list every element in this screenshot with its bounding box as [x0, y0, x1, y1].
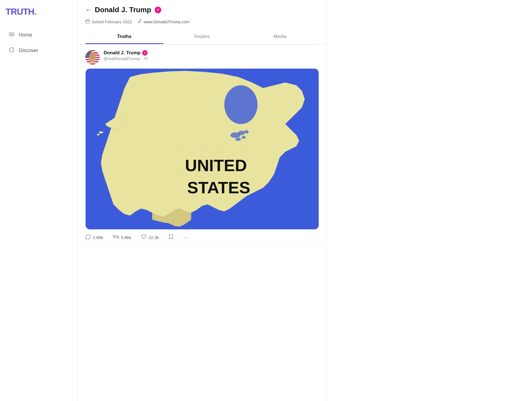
sidebar-item-discover-label: Discover [19, 48, 38, 53]
svg-point-29 [86, 55, 87, 56]
svg-point-27 [89, 54, 89, 54]
profile-name: Donald J. Trump [95, 6, 151, 14]
svg-point-19 [89, 51, 89, 52]
like-count: 22.3k [149, 235, 159, 240]
retruth-action[interactable]: 5.86k [113, 234, 131, 241]
post-time: 7h [143, 56, 148, 61]
post-actions: 2.89k 5.86k [85, 234, 319, 241]
svg-point-22 [88, 52, 88, 53]
post-separator: · [141, 56, 143, 61]
svg-point-31 [89, 55, 89, 56]
post-image: UNITED STATES [85, 68, 319, 230]
feed: Donald J. Trump ✓ @realDonaldTrump · 7h [78, 45, 327, 247]
profile-title-row: ← Donald J. Trump ✓ [85, 6, 319, 14]
back-button[interactable]: ← [85, 6, 91, 14]
website-meta: www.DonaldJTrump.com [137, 19, 190, 24]
comment-icon [85, 234, 91, 241]
post-verified-badge: ✓ [142, 50, 148, 56]
svg-point-44 [244, 130, 249, 133]
svg-point-47 [224, 85, 258, 124]
svg-point-17 [86, 51, 87, 52]
comment-count: 2.89k [93, 235, 103, 240]
svg-point-43 [238, 131, 245, 135]
sidebar-nav: Home Discover [6, 28, 72, 59]
svg-text:STATES: STATES [187, 178, 250, 197]
svg-rect-4 [86, 20, 89, 23]
logo-truth-text: TRUTH [6, 7, 34, 17]
profile-header: ← Donald J. Trump ✓ Joined February 2022 [78, 0, 327, 45]
svg-point-38 [89, 52, 96, 59]
svg-point-18 [88, 51, 88, 52]
svg-point-21 [86, 52, 87, 53]
svg-text:UNITED: UNITED [185, 156, 247, 175]
svg-point-26 [88, 54, 88, 54]
tab-media[interactable]: Media [241, 30, 319, 44]
svg-rect-10 [85, 51, 100, 52]
svg-point-45 [236, 138, 241, 141]
joined-meta: Joined February 2022 [85, 19, 132, 24]
post-header: Donald J. Trump ✓ @realDonaldTrump · 7h [85, 50, 319, 65]
svg-point-23 [89, 52, 89, 53]
bookmark-action[interactable] [169, 234, 173, 241]
map-svg: UNITED STATES [86, 69, 319, 229]
map-image: UNITED STATES [86, 69, 319, 229]
post-author-name: Donald J. Trump [104, 50, 140, 56]
post-name-row: Donald J. Trump ✓ [104, 50, 148, 56]
sidebar-item-discover[interactable]: Discover [6, 43, 72, 58]
verified-badge: ✓ [155, 7, 161, 13]
home-icon [8, 32, 15, 38]
post-user-info: Donald J. Trump ✓ @realDonaldTrump · 7h [104, 50, 148, 61]
svg-point-3 [9, 48, 14, 52]
svg-point-24 [90, 52, 91, 53]
comment-action[interactable]: 2.89k [85, 234, 103, 241]
website-link[interactable]: www.DonaldJTrump.com [144, 19, 190, 24]
svg-point-20 [90, 51, 91, 52]
profile-meta: Joined February 2022 www.DonaldJTrump.co… [85, 17, 319, 29]
avatar [85, 50, 100, 65]
sidebar-item-home-label: Home [19, 32, 32, 38]
svg-point-33 [86, 56, 87, 57]
calendar-icon [85, 19, 90, 24]
post-handle: @realDonaldTrump [104, 56, 140, 61]
main-content: ← Donald J. Trump ✓ Joined February 2022 [78, 0, 327, 401]
link-icon [137, 19, 142, 24]
post-handle-time: @realDonaldTrump · 7h [104, 56, 148, 61]
app-logo: TRUTH. [6, 7, 72, 17]
svg-point-30 [88, 55, 88, 56]
sidebar: TRUTH. Home Discover [0, 0, 78, 401]
logo-dot-text: . [34, 7, 36, 17]
more-options-button[interactable]: ··· [184, 234, 189, 241]
like-action[interactable]: 22.3k [141, 234, 159, 241]
svg-point-25 [86, 54, 87, 54]
retruth-count: 5.86k [121, 235, 131, 240]
svg-point-46 [242, 136, 246, 139]
retruth-icon [113, 234, 119, 241]
profile-tabs: Truths Replies Media [85, 30, 319, 44]
sidebar-item-home[interactable]: Home [6, 28, 72, 42]
bookmark-icon [169, 234, 173, 241]
svg-point-34 [88, 56, 88, 57]
discover-icon [8, 47, 15, 54]
post-item: Donald J. Trump ✓ @realDonaldTrump · 7h [78, 45, 327, 247]
tab-truths[interactable]: Truths [85, 30, 163, 44]
svg-point-41 [97, 134, 100, 135]
tab-replies[interactable]: Replies [163, 30, 241, 44]
heart-icon [141, 234, 147, 241]
joined-text: Joined February 2022 [91, 19, 132, 24]
svg-point-40 [99, 131, 103, 133]
